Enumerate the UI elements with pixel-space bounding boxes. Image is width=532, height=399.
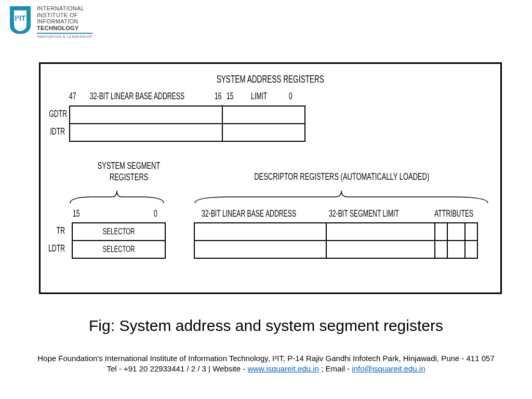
limit-label: LIMIT bbox=[251, 91, 275, 102]
base-address-header: 32-BIT LINEAR BASE ADDRESS bbox=[202, 208, 341, 219]
logo-line4: TECHNOLOGY bbox=[37, 25, 92, 34]
svg-text:I²IT: I²IT bbox=[15, 14, 26, 22]
bit-label-15-bottom: 15 bbox=[73, 208, 83, 219]
logo-line5: INNOVATION & LEADERSHIP bbox=[37, 35, 92, 39]
bit-label-47: 47 bbox=[69, 91, 79, 102]
logo-text: INTERNATIONAL INSTITUTE OF INFORMATION T… bbox=[37, 5, 92, 39]
base-address-label: 32-BIT LINEAR BASE ADDRESS bbox=[90, 91, 229, 102]
system-segment-registers-table: SELECTOR SELECTOR bbox=[72, 222, 166, 259]
diagram-frame: SYSTEM ADDRESS REGISTERS 47 32-BIT LINEA… bbox=[39, 62, 502, 294]
system-segment-registers-title: SYSTEM SEGMENT REGISTERS bbox=[77, 160, 181, 183]
logo-line1: INTERNATIONAL bbox=[37, 5, 92, 12]
email-link[interactable]: info@isquareit.edu.in bbox=[352, 364, 425, 373]
idtr-row bbox=[70, 124, 305, 141]
shield-icon: I²IT bbox=[8, 5, 33, 34]
bit-label-15-top: 15 bbox=[227, 91, 237, 102]
brace-icon bbox=[69, 189, 165, 204]
institute-logo: I²IT INTERNATIONAL INSTITUTE OF INFORMAT… bbox=[8, 5, 92, 39]
website-link[interactable]: www.isquareit.edu.in bbox=[247, 364, 319, 373]
logo-line2: INSTITUTE OF bbox=[37, 12, 92, 19]
segment-limit-header: 32-BIT SEGMENT LIMIT bbox=[329, 208, 432, 219]
bit-label-16: 16 bbox=[215, 91, 225, 102]
tr-descriptor-row bbox=[194, 223, 477, 241]
footer-address: Hope Foundation's International Institut… bbox=[0, 353, 532, 364]
footer-contact: Tel - +91 20 22933441 / 2 / 3 | Website … bbox=[0, 364, 532, 374]
tr-selector-row: SELECTOR bbox=[72, 223, 165, 241]
system-address-registers-table bbox=[69, 105, 305, 142]
descriptor-registers-table bbox=[194, 222, 478, 259]
descriptor-registers-title: DESCRIPTOR REGISTERS (AUTOMATICALLY LOAD… bbox=[196, 171, 487, 182]
figure-caption: Fig: System address and system segment r… bbox=[0, 317, 532, 335]
gdtr-label: GDTR bbox=[41, 109, 69, 119]
footer: Hope Foundation's International Institut… bbox=[0, 353, 532, 375]
gdtr-row bbox=[70, 106, 305, 124]
bit-label-0-bottom: 0 bbox=[154, 208, 159, 219]
ldtr-selector-row: SELECTOR bbox=[72, 241, 165, 258]
brace-icon bbox=[194, 189, 490, 204]
tr-label: TR bbox=[41, 225, 69, 236]
system-address-registers-title: SYSTEM ADDRESS REGISTERS bbox=[41, 73, 500, 85]
ldtr-descriptor-row bbox=[194, 241, 477, 258]
bit-label-0-top: 0 bbox=[289, 91, 294, 102]
idtr-label: IDTR bbox=[41, 126, 69, 137]
attributes-header: ATTRIBUTES bbox=[434, 208, 492, 219]
ldtr-label: LDTR bbox=[41, 243, 69, 254]
logo-line3: INFORMATION bbox=[37, 18, 92, 25]
